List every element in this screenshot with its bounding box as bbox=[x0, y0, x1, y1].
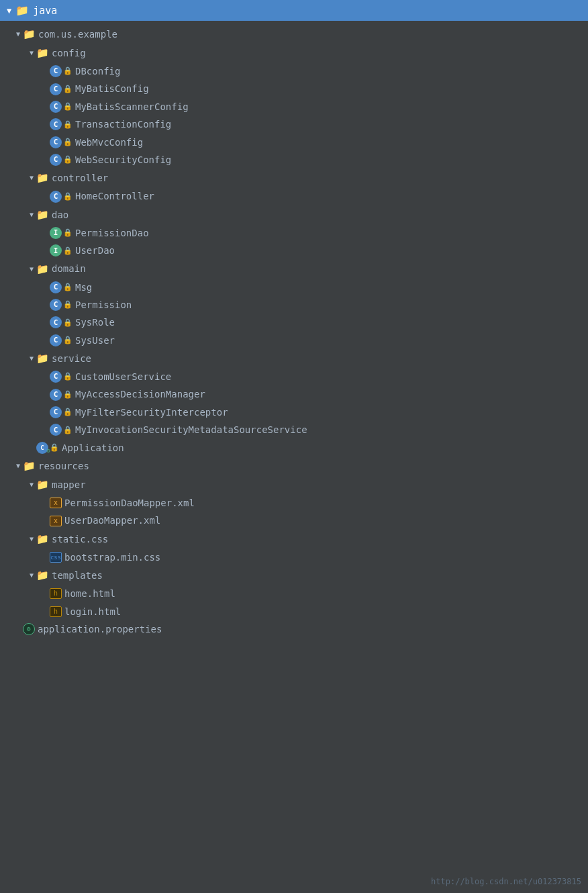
node-label-userdaomapper: UserDaoMapper.xml bbox=[64, 513, 160, 528]
html-icon: h bbox=[50, 606, 62, 617]
node-label-customuserservice: CustomUserService bbox=[75, 369, 171, 384]
tree-node-myaccessdecisionmanager[interactable]: C🔒 MyAccessDecisionManager bbox=[0, 385, 588, 403]
node-label-homehtml: home.html bbox=[64, 586, 115, 601]
tree-node-permission[interactable]: C🔒 Permission bbox=[0, 296, 588, 314]
tree-node-permissiondao[interactable]: I🔒 PermissionDao bbox=[0, 224, 588, 242]
node-label-permissiondao: PermissionDao bbox=[75, 226, 149, 240]
tree-node-mybatisconfig[interactable]: C🔒 MyBatisConfig bbox=[0, 80, 588, 97]
header-title: java bbox=[33, 5, 57, 17]
tree-node-webmvcconfig[interactable]: C🔒 WebMvcConfig bbox=[0, 134, 588, 151]
class-icon: C bbox=[50, 299, 62, 311]
tree-node-myinvocationsecurity[interactable]: C🔒 MyInvocationSecurityMetadataSourceSer… bbox=[0, 421, 588, 438]
tree-node-bootstrapmincss[interactable]: css bootstrap.min.css bbox=[0, 549, 588, 566]
tree-node-homehtml[interactable]: h home.html bbox=[0, 585, 588, 602]
tree-node-dbconfig[interactable]: C🔒 DBconfig bbox=[0, 62, 588, 80]
node-label-mapper: mapper bbox=[52, 477, 86, 492]
lock-icon: 🔒 bbox=[63, 406, 72, 418]
node-label-mybatisconfig: MyBatisConfig bbox=[75, 81, 149, 96]
tree-node-permissiondaomapper[interactable]: x PermissionDaoMapper.xml bbox=[0, 494, 588, 512]
lock-icon: 🔒 bbox=[50, 442, 59, 454]
class-icon: C bbox=[50, 406, 62, 418]
tree-node-transactionconfig[interactable]: C🔒 TransactionConfig bbox=[0, 115, 588, 133]
tree-node-config[interactable]: 📁 config bbox=[0, 44, 588, 62]
node-label-dbconfig: DBconfig bbox=[75, 64, 120, 79]
node-label-websecurityconfig: WebSecurityConfig bbox=[75, 152, 171, 167]
tree-node-dao[interactable]: 📁 dao bbox=[0, 205, 588, 224]
tree-node-userdao[interactable]: I🔒 UserDao bbox=[0, 242, 588, 259]
arrow-down bbox=[27, 570, 36, 581]
node-label-sysuser: SysUser bbox=[75, 333, 115, 348]
tree-node-application-properties[interactable]: ⚙ application.properties bbox=[0, 620, 588, 638]
class-icon: C bbox=[50, 154, 62, 166]
app-icon: C bbox=[36, 442, 48, 454]
tree-node-service[interactable]: 📁 service bbox=[0, 349, 588, 368]
interface-icon: I bbox=[50, 227, 62, 239]
tree-node-msg[interactable]: C🔒 Msg bbox=[0, 279, 588, 296]
xml-icon: x bbox=[50, 498, 62, 508]
folder-blue-icon: 📁 bbox=[36, 567, 49, 583]
tree-node-sysuser[interactable]: C🔒 SysUser bbox=[0, 332, 588, 349]
lock-icon: 🔒 bbox=[63, 191, 72, 203]
tree-node-com-us-example[interactable]: 📁 com.us.example bbox=[0, 25, 588, 44]
tree-node-loginhtml[interactable]: h login.html bbox=[0, 603, 588, 620]
folder-blue-icon: 📁 bbox=[36, 261, 49, 277]
lock-icon: 🔒 bbox=[63, 154, 72, 166]
class-icon: C bbox=[50, 101, 62, 113]
node-label-controller: controller bbox=[52, 171, 108, 185]
node-label-config: config bbox=[52, 46, 86, 60]
class-icon: C bbox=[50, 371, 62, 383]
tree-node-customuserservice[interactable]: C🔒 CustomUserService bbox=[0, 368, 588, 385]
node-label-myinvocationsecurity: MyInvocationSecurityMetadataSourceServic… bbox=[75, 422, 307, 437]
tree-node-userdaomapper[interactable]: x UserDaoMapper.xml bbox=[0, 512, 588, 529]
arrow-down bbox=[27, 264, 36, 275]
lock-icon: 🔒 bbox=[63, 334, 72, 346]
folder-blue-icon: 📁 bbox=[36, 477, 49, 493]
node-label-myfiltersecurityinterceptor: MyFilterSecurityInterceptor bbox=[75, 405, 228, 420]
tree-node-websecurityconfig[interactable]: C🔒 WebSecurityConfig bbox=[0, 151, 588, 169]
node-label-mybatisscannerconfig: MyBatisScannerConfig bbox=[75, 99, 189, 114]
tree-node-homecontroller[interactable]: C🔒 HomeController bbox=[0, 187, 588, 205]
tree-node-controller[interactable]: 📁 controller bbox=[0, 169, 588, 187]
lock-icon: 🔒 bbox=[63, 245, 72, 257]
node-label-application: Application bbox=[62, 440, 124, 455]
arrow-down bbox=[27, 173, 36, 183]
lock-icon: 🔒 bbox=[63, 424, 72, 436]
xml-icon: x bbox=[50, 516, 62, 526]
folder-blue-icon: 📁 bbox=[36, 350, 49, 367]
node-label-msg: Msg bbox=[75, 280, 92, 295]
css-icon: css bbox=[50, 552, 62, 563]
tree-node-mybatisscannerconfig[interactable]: C🔒 MyBatisScannerConfig bbox=[0, 98, 588, 115]
properties-icon: ⚙ bbox=[23, 623, 35, 635]
tree-node-templates[interactable]: 📁 templates bbox=[0, 566, 588, 585]
tree-node-static-css[interactable]: 📁 static.css bbox=[0, 530, 588, 549]
tree-node-sysrole[interactable]: C🔒 SysRole bbox=[0, 314, 588, 331]
node-label-userdao: UserDao bbox=[75, 243, 115, 258]
tree-node-resources[interactable]: 📁 resources bbox=[0, 457, 588, 475]
node-label-myaccessdecisionmanager: MyAccessDecisionManager bbox=[75, 387, 205, 402]
tree-node-myfiltersecurityinterceptor[interactable]: C🔒 MyFilterSecurityInterceptor bbox=[0, 404, 588, 421]
tree-node-application[interactable]: C🔒 Application bbox=[0, 439, 588, 457]
lock-icon: 🔒 bbox=[63, 65, 72, 77]
node-label-permission: Permission bbox=[75, 297, 132, 312]
lock-icon: 🔒 bbox=[63, 119, 72, 131]
class-icon: C bbox=[50, 191, 62, 203]
class-icon: C bbox=[50, 316, 62, 328]
class-icon: C bbox=[50, 389, 62, 401]
folder-orange-icon: 📁 bbox=[23, 458, 36, 474]
node-label-homecontroller: HomeController bbox=[75, 189, 154, 203]
lock-icon: 🔒 bbox=[63, 371, 72, 383]
lock-icon: 🔒 bbox=[63, 389, 72, 401]
node-label-static-css: static.css bbox=[52, 532, 108, 547]
interface-icon: I bbox=[50, 244, 62, 256]
class-icon: C bbox=[50, 281, 62, 293]
lock-icon: 🔒 bbox=[63, 101, 72, 113]
watermark: http://blog.csdn.net/u012373815 bbox=[431, 877, 581, 886]
node-label-loginhtml: login.html bbox=[64, 604, 121, 619]
lock-icon: 🔒 bbox=[63, 136, 72, 148]
tree-node-mapper[interactable]: 📁 mapper bbox=[0, 475, 588, 494]
tree-node-domain[interactable]: 📁 domain bbox=[0, 260, 588, 279]
folder-blue-icon: 📁 bbox=[36, 207, 49, 223]
class-icon: C bbox=[50, 424, 62, 436]
node-label-sysrole: SysRole bbox=[75, 315, 115, 330]
tree-header: ▼ 📁 java bbox=[0, 0, 588, 21]
